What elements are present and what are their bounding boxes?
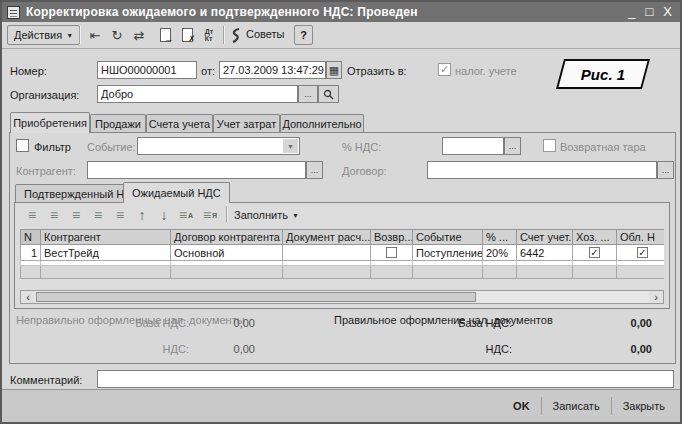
col-returnable[interactable]: Возвр... xyxy=(371,230,413,245)
cell-account: 6442 xyxy=(517,245,573,261)
horizontal-scrollbar[interactable]: ‹ › xyxy=(20,290,664,304)
close-window-button[interactable]: Закрыть xyxy=(612,396,676,416)
col-vat-percent[interactable]: % ... xyxy=(483,230,517,245)
sort-za-icon: ≡ xyxy=(203,207,211,223)
right-vat-value: 0,00 xyxy=(597,343,652,355)
hoz-cell-checkbox[interactable]: ✓ xyxy=(589,247,600,258)
col-contract[interactable]: Договор контрагента xyxy=(171,230,283,245)
add-row-icon: ≡ xyxy=(28,207,36,223)
tab-cost-accounting[interactable]: Учет затрат xyxy=(213,114,280,132)
cancel-posting-button[interactable]: ✗ xyxy=(177,25,197,45)
tab-additional[interactable]: Дополнительно xyxy=(280,114,364,132)
col-n[interactable]: N xyxy=(21,230,41,245)
sort-asc-button[interactable]: ≡ А xyxy=(176,206,196,224)
right-vat-label: НДС: xyxy=(445,343,512,355)
tab-acquisitions[interactable]: Приобретения xyxy=(10,112,90,133)
counterparty-field[interactable] xyxy=(87,161,306,179)
delete-row-icon: ≡ xyxy=(94,207,102,223)
exchange-arrows-icon: ⇄ xyxy=(134,28,145,43)
document-window: Корректировка ожидаемого и подтвержденно… xyxy=(0,0,682,424)
vat-select-button[interactable]: ... xyxy=(504,137,521,155)
counterparty-select-button[interactable]: ... xyxy=(306,161,323,179)
cell-counterparty: ВестТрейд xyxy=(41,245,171,261)
scroll-left-icon[interactable]: ‹ xyxy=(21,291,35,303)
cell-vat-percent: 20% xyxy=(483,245,517,261)
tab-sales[interactable]: Продажи xyxy=(90,114,146,132)
counterparty-label: Контрагент: xyxy=(16,165,76,177)
left-vat-label: НДС: xyxy=(125,343,189,355)
post-document-button[interactable]: → xyxy=(155,25,175,45)
help-button[interactable]: ? xyxy=(294,25,313,45)
sort-desc-button[interactable]: ≡ Я xyxy=(200,206,220,224)
col-account[interactable]: Счет учет... xyxy=(517,230,573,245)
col-hoz[interactable]: Хоз. ... xyxy=(573,230,617,245)
comment-field[interactable] xyxy=(97,370,674,388)
structure-button[interactable]: ⇄ xyxy=(129,25,149,45)
maximize-button[interactable]: □ xyxy=(645,4,653,20)
cell-event: Поступление xyxy=(413,245,483,261)
tips-button[interactable]: Советы xyxy=(246,28,284,40)
cell-settlement-doc xyxy=(283,245,371,261)
table-header-row: N Контрагент Договор контрагента Докумен… xyxy=(21,230,665,245)
calendar-button[interactable]: ▦ xyxy=(326,61,342,79)
copy-row-button[interactable]: ≡ xyxy=(44,206,64,224)
close-button[interactable]: X xyxy=(663,4,672,20)
edit-row-button[interactable]: ≡ xyxy=(66,206,86,224)
tips-icon xyxy=(228,25,244,45)
actions-menu-button[interactable]: Действия ▼ xyxy=(7,25,80,45)
move-row-button[interactable]: ≡ xyxy=(110,206,130,224)
table-row[interactable]: 1 ВестТрейд Основной Поступление 20% 644… xyxy=(21,245,665,261)
contract-select-button[interactable]: ... xyxy=(657,161,674,179)
fill-menu-button[interactable]: Заполнить ▼ xyxy=(234,209,299,221)
scroll-right-icon[interactable]: › xyxy=(649,291,663,303)
main-toolbar: Действия ▼ ⇤ ↻ ⇄ → ✗ ДтКт Советы ? xyxy=(2,22,680,49)
toolbar-separator xyxy=(223,26,224,44)
returnable-tare-checkbox[interactable] xyxy=(543,139,556,152)
cell-contract: Основной xyxy=(171,245,283,261)
organization-open-button[interactable] xyxy=(318,85,339,103)
delete-row-button[interactable]: ≡ xyxy=(88,206,108,224)
move-down-button[interactable]: ↓ xyxy=(154,206,174,224)
vat-table: N Контрагент Договор контрагента Докумен… xyxy=(20,229,664,279)
contract-field[interactable] xyxy=(427,161,657,179)
show-postings-button[interactable]: ДтКт xyxy=(199,25,219,45)
refresh-button[interactable]: ↻ xyxy=(107,25,127,45)
empty-table-row xyxy=(21,266,665,279)
ellipsis-icon: ... xyxy=(509,141,517,151)
organization-select-button[interactable]: ... xyxy=(298,85,318,103)
returnable-tare-label: Возвратная тара xyxy=(560,141,646,153)
scrollbar-thumb[interactable] xyxy=(36,292,476,302)
move-up-button[interactable]: ↑ xyxy=(132,206,152,224)
correct-docs-title: Правильное оформление нал. документов xyxy=(334,314,439,327)
arrow-down-icon: ↓ xyxy=(161,207,168,223)
col-settlement-doc[interactable]: Документ расч... xyxy=(283,230,371,245)
number-field[interactable]: НШО00000001 xyxy=(97,61,197,79)
reflect-in-label: Отразить в: xyxy=(347,65,407,77)
event-dropdown[interactable]: ▼ xyxy=(137,137,300,155)
tare-cell-checkbox[interactable] xyxy=(386,247,397,258)
minimize-button[interactable]: _ xyxy=(628,4,635,20)
add-row-button[interactable]: ≡ xyxy=(22,206,42,224)
ellipsis-icon: ... xyxy=(662,165,670,175)
dt-kt-icon: ДтКт xyxy=(205,28,213,42)
arrow-up-icon: ↑ xyxy=(139,207,146,223)
ok-button[interactable]: OK xyxy=(502,396,541,416)
figure-badge: Рис. 1 xyxy=(556,59,650,89)
ellipsis-icon: ... xyxy=(304,89,312,99)
toolbar-separator xyxy=(79,26,80,44)
sort-az-icon: ≡ xyxy=(179,207,187,223)
filter-checkbox[interactable] xyxy=(16,139,29,152)
save-button[interactable]: Записать xyxy=(542,396,611,416)
obl-cell-checkbox[interactable]: ✓ xyxy=(637,247,648,258)
col-obl[interactable]: Обл. Н xyxy=(617,230,665,245)
organization-field[interactable]: Добро xyxy=(97,85,298,103)
col-counterparty[interactable]: Контрагент xyxy=(41,230,171,245)
date-field[interactable]: 27.03.2009 13:47:29 xyxy=(219,61,326,79)
tab-accounts[interactable]: Счета учета xyxy=(146,114,213,132)
vat-percent-field[interactable] xyxy=(442,137,504,155)
col-event[interactable]: Событие xyxy=(413,230,483,245)
goto-related-button[interactable]: ⇤ xyxy=(85,25,105,45)
organization-label: Организация: xyxy=(10,89,79,101)
tab-expected-vat[interactable]: Ожидаемый НДС xyxy=(123,182,230,203)
tax-accounting-checkbox[interactable]: ✓ xyxy=(438,63,451,76)
